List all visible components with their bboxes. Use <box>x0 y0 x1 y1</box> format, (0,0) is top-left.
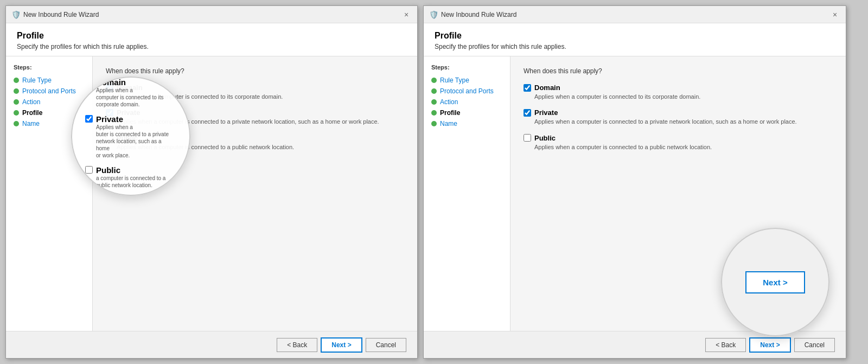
left-title-bar-left: 🛡️ New Inbound Rule Wizard <box>11 10 99 19</box>
right-step-action[interactable]: Action <box>431 97 510 107</box>
right-step-rule-type[interactable]: Rule Type <box>431 75 510 86</box>
right-magnify-next-overlay: Next > <box>721 228 829 336</box>
mag-public-row: Public <box>85 165 176 175</box>
right-public-label: Public <box>534 134 556 142</box>
right-private-label: Private <box>534 108 558 117</box>
mag-public-item: Public a computer is connected to a publ… <box>85 165 176 189</box>
right-rule-apply-question: When does this rule apply? <box>524 67 833 75</box>
mag-private-desc: Applies when abuter is connected to a pr… <box>85 124 176 159</box>
right-step-name-profile: Profile <box>440 109 460 117</box>
left-rule-apply-question: When does this rule apply? <box>106 67 404 75</box>
mag-public-label: Public <box>96 165 120 175</box>
left-step-name-action: Action <box>22 98 40 106</box>
left-steps-label: Steps: <box>14 64 92 71</box>
right-step-name-rule-type: Rule Type <box>440 76 469 84</box>
right-header-subtitle: Specify the profiles for which this rule… <box>435 43 835 50</box>
mag-private-item: Private Applies when abuter is connected… <box>85 114 176 159</box>
left-step-name-profile: Profile <box>22 109 42 117</box>
right-wizard-window: 🛡️ New Inbound Rule Wizard × Profile Spe… <box>423 5 846 359</box>
right-step-name-action: Action <box>440 98 458 106</box>
right-window-icon: 🛡️ <box>429 10 438 19</box>
right-domain-label: Domain <box>534 84 560 92</box>
right-checkbox-group: Domain Applies when a computer is connec… <box>524 84 833 151</box>
left-step-name-rule-type: Rule Type <box>22 76 52 84</box>
right-steps-label: Steps: <box>431 64 510 71</box>
right-step-dot-protocol-ports <box>431 88 437 94</box>
right-public-desc: Applies when a computer is connected to … <box>524 143 833 151</box>
right-step-profile[interactable]: Profile <box>431 107 510 118</box>
right-window-title: New Inbound Rule Wizard <box>441 11 516 18</box>
left-step-dot-profile <box>14 110 19 116</box>
left-step-rule-type[interactable]: Rule Type <box>14 75 92 86</box>
right-back-button[interactable]: < Back <box>705 338 746 352</box>
left-window-title: New Inbound Rule Wizard <box>23 11 99 18</box>
left-wizard-footer: < Back Next > Cancel <box>6 331 417 358</box>
right-cancel-button[interactable]: Cancel <box>794 338 835 352</box>
right-private-checkbox[interactable] <box>524 109 531 117</box>
right-title-bar: 🛡️ New Inbound Rule Wizard × <box>424 6 846 23</box>
left-header-subtitle: Specify the profiles for which this rule… <box>17 43 406 50</box>
left-back-button[interactable]: < Back <box>277 338 317 352</box>
mag-private-label: Private <box>96 114 123 124</box>
mag-private-row: Private <box>85 114 176 124</box>
right-step-name-protocol-ports: Protocol and Ports <box>440 87 494 95</box>
left-magnify-overlay: Domain Applies when acomputer is connect… <box>71 76 190 196</box>
right-step-name-name: Name <box>440 120 457 127</box>
right-step-dot-rule-type <box>431 78 437 83</box>
left-wizard-body: Steps: Rule Type Protocol and Ports Acti… <box>6 56 417 331</box>
right-domain-checkbox[interactable] <box>524 84 531 92</box>
left-next-button[interactable]: Next > <box>321 337 362 353</box>
left-step-name-name: Name <box>22 120 40 127</box>
mag-private-checkbox[interactable] <box>85 115 93 123</box>
right-checkbox-private-item: Private Applies when a computer is conne… <box>524 108 833 126</box>
left-step-protocol-ports[interactable]: Protocol and Ports <box>14 86 92 97</box>
left-step-dot-rule-type <box>14 78 19 83</box>
left-step-dot-name <box>14 121 19 126</box>
left-steps-panel: Steps: Rule Type Protocol and Ports Acti… <box>6 56 93 331</box>
right-step-dot-profile <box>431 110 437 116</box>
left-title-bar: 🛡️ New Inbound Rule Wizard × <box>6 6 417 23</box>
right-close-button[interactable]: × <box>829 9 840 20</box>
right-steps-panel: Steps: Rule Type Protocol and Ports Acti… <box>424 56 510 331</box>
left-step-name-protocol-ports: Protocol and Ports <box>22 87 76 95</box>
right-step-dot-name <box>431 121 437 126</box>
right-checkbox-public-row: Public <box>524 134 833 142</box>
left-step-dot-action <box>14 99 19 105</box>
right-step-dot-action <box>431 99 437 105</box>
left-wizard-header: Profile Specify the profiles for which t… <box>6 23 417 56</box>
right-checkbox-private-row: Private <box>524 108 833 117</box>
right-step-name-item[interactable]: Name <box>431 118 510 129</box>
right-checkbox-domain-item: Domain Applies when a computer is connec… <box>524 84 833 101</box>
mag-domain-desc: Applies when acomputer is connected to i… <box>85 87 176 108</box>
right-domain-desc: Applies when a computer is connected to … <box>524 93 833 101</box>
right-private-desc: Applies when a computer is connected to … <box>524 118 833 126</box>
left-cancel-button[interactable]: Cancel <box>366 338 406 352</box>
right-title-bar-left: 🛡️ New Inbound Rule Wizard <box>429 10 516 19</box>
right-public-checkbox[interactable] <box>524 134 531 142</box>
left-step-dot-protocol-ports <box>14 88 19 94</box>
left-close-button[interactable]: × <box>401 9 412 20</box>
mag-public-checkbox[interactable] <box>85 166 93 174</box>
right-next-button[interactable]: Next > <box>749 337 790 353</box>
right-magnified-next-button[interactable]: Next > <box>745 271 805 293</box>
left-header-title: Profile <box>17 31 406 41</box>
right-checkbox-public-item: Public Applies when a computer is connec… <box>524 134 833 151</box>
left-window-icon: 🛡️ <box>11 10 20 19</box>
right-wizard-header: Profile Specify the profiles for which t… <box>424 23 846 56</box>
left-wizard-window: 🛡️ New Inbound Rule Wizard × Profile Spe… <box>5 5 418 359</box>
right-step-protocol-ports[interactable]: Protocol and Ports <box>431 86 510 97</box>
mag-public-desc: a computer is connected to a public netw… <box>85 175 176 189</box>
right-header-title: Profile <box>435 31 835 41</box>
right-checkbox-domain-row: Domain <box>524 84 833 92</box>
